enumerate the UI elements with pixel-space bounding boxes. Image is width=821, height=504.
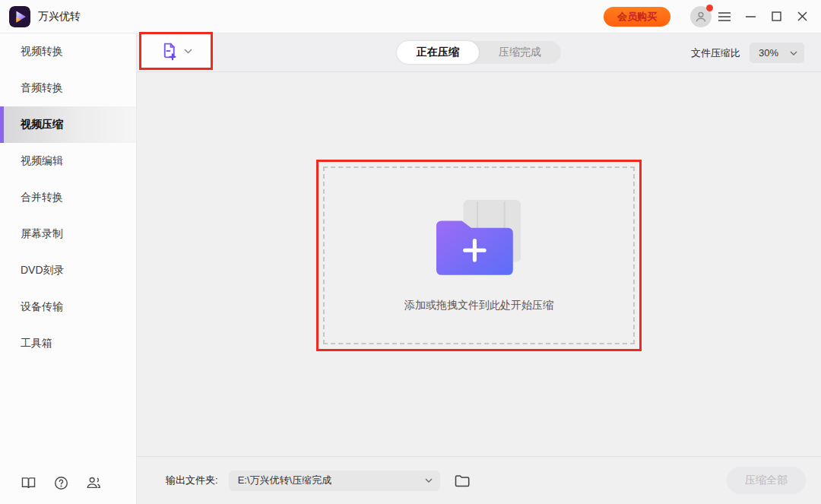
add-file-icon [160, 41, 179, 61]
tab-compressing[interactable]: 正在压缩 [397, 41, 479, 64]
app-title: 万兴优转 [38, 10, 81, 24]
output-folder-label: 输出文件夹: [166, 474, 218, 487]
add-folder-illustration-icon [436, 200, 521, 276]
footer-bar: 输出文件夹: E:\万兴优转\压缩完成 压缩全部 [137, 456, 821, 504]
user-icon [694, 10, 708, 24]
sidebar-item-screen-record[interactable]: 屏幕录制 [0, 216, 136, 252]
sidebar-item-dvd-burn[interactable]: DVD刻录 [0, 252, 136, 289]
compression-ratio-value: 30% [759, 47, 778, 59]
compression-ratio-label: 文件压缩比 [691, 46, 740, 60]
notification-dot [706, 5, 713, 11]
chevron-down-icon [790, 51, 797, 55]
file-dropzone[interactable]: 添加或拖拽文件到此处开始压缩 [316, 160, 642, 351]
minimize-button[interactable] [737, 5, 763, 28]
close-button[interactable] [789, 5, 815, 28]
sidebar-item-toolbox[interactable]: 工具箱 [0, 325, 136, 362]
help-icon[interactable] [53, 475, 68, 490]
sidebar: 视频转换 音频转换 视频压缩 视频编辑 合并转换 屏幕录制 DVD刻录 设备传输… [0, 33, 137, 504]
sidebar-item-video-convert[interactable]: 视频转换 [0, 33, 136, 70]
add-file-button[interactable] [139, 32, 213, 70]
output-path-value: E:\万兴优转\压缩完成 [238, 474, 332, 487]
main-panel: 正在压缩 压缩完成 文件压缩比 30% [137, 33, 821, 504]
compress-all-button[interactable]: 压缩全部 [727, 467, 806, 494]
maximize-button[interactable] [763, 5, 789, 28]
compress-status-tabs: 正在压缩 压缩完成 [397, 41, 561, 64]
dropzone-hint-text: 添加或拖拽文件到此处开始压缩 [404, 299, 553, 312]
app-window: 万兴优转 会员购买 [0, 0, 821, 504]
titlebar: 万兴优转 会员购买 [0, 0, 821, 33]
open-folder-icon[interactable] [453, 471, 471, 490]
compression-ratio-group: 文件压缩比 30% [691, 33, 804, 72]
output-path-select[interactable]: E:\万兴优转\压缩完成 [229, 471, 440, 491]
membership-buy-button[interactable]: 会员购买 [604, 7, 670, 27]
chevron-down-icon [184, 49, 192, 54]
tab-compress-finished[interactable]: 压缩完成 [479, 41, 561, 64]
chevron-down-icon [425, 478, 433, 483]
account-avatar[interactable] [690, 6, 712, 27]
user-guide-book-icon[interactable] [21, 475, 36, 490]
toolbar: 正在压缩 压缩完成 文件压缩比 30% [137, 33, 821, 72]
sidebar-bottom-icons [21, 475, 101, 490]
sidebar-item-video-compress[interactable]: 视频压缩 [0, 106, 136, 143]
community-icon[interactable] [86, 475, 101, 490]
sidebar-item-audio-convert[interactable]: 音频转换 [0, 70, 136, 106]
sidebar-item-video-edit[interactable]: 视频编辑 [0, 143, 136, 179]
content-area: 添加或拖拽文件到此处开始压缩 [137, 160, 821, 504]
sidebar-item-device-transfer[interactable]: 设备传输 [0, 289, 136, 325]
app-logo-icon [9, 6, 30, 27]
sidebar-item-merge-convert[interactable]: 合并转换 [0, 179, 136, 216]
compression-ratio-select[interactable]: 30% [750, 43, 804, 63]
menu-icon[interactable] [712, 5, 737, 28]
